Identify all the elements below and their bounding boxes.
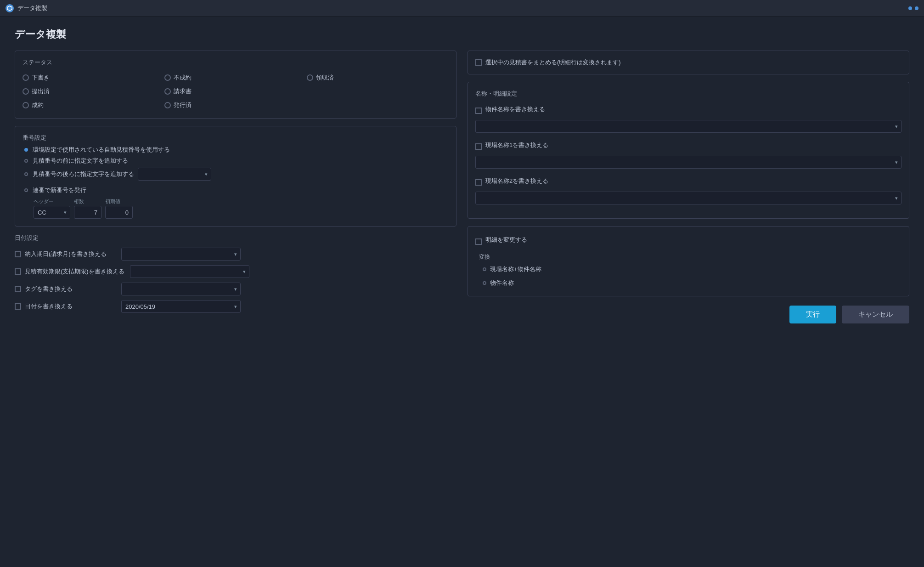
radio-site-plus-property-dot[interactable]	[483, 267, 486, 271]
header-label: ヘッダー	[34, 198, 70, 205]
new-number-row: 連番で新番号を発行 ヘッダー CC DD EE	[24, 186, 449, 219]
number-options: 環境設定で使用されている自動見積番号を使用する 見積番号の前に指定文字を追加する…	[23, 146, 449, 219]
suffix-select[interactable]	[138, 168, 211, 181]
status-received-label: 領収済	[316, 74, 334, 82]
detail-radio-group: 現場名称+物件名称 物件名称	[479, 264, 901, 289]
detail-change-check[interactable]: 明細を変更する	[475, 234, 901, 249]
radio-failed[interactable]	[164, 74, 171, 81]
status-received[interactable]: 領収済	[307, 72, 449, 83]
status-contract[interactable]: 成約	[23, 100, 164, 111]
summary-label: 選択中の見積書をまとめる(明細行は変換されます)	[485, 58, 621, 67]
status-draft-label: 下書き	[32, 74, 50, 82]
status-invoice-label: 請求書	[174, 87, 192, 96]
radio-invoice[interactable]	[164, 88, 171, 95]
tag-check[interactable]: タグを書き換える	[15, 283, 116, 295]
tag-checkbox[interactable]	[15, 286, 21, 292]
number-prefix-label: 見積番号の前に指定文字を追加する	[33, 157, 128, 165]
property-name-select-wrapper[interactable]	[475, 120, 901, 133]
tag-select[interactable]	[121, 283, 241, 295]
expiry-date-checkbox[interactable]	[15, 268, 21, 275]
number-suffix-label: 見積番号の後ろに指定文字を追加する	[33, 170, 134, 178]
site-name2-select[interactable]	[475, 192, 901, 204]
payment-date-checkbox[interactable]	[15, 251, 21, 257]
status-draft[interactable]: 下書き	[23, 72, 164, 83]
date-select[interactable]: 2020/05/19	[121, 300, 241, 313]
initial-input[interactable]	[105, 206, 133, 219]
expiry-date-check[interactable]: 見積有効期限(支払期限)を書き換える	[15, 266, 124, 278]
property-name-select[interactable]	[475, 120, 901, 133]
site-name2-select-wrapper[interactable]	[475, 192, 901, 204]
execute-button[interactable]: 実行	[789, 306, 836, 323]
header-select-wrapper[interactable]: CC DD EE	[34, 206, 70, 219]
detail-option-property-only[interactable]: 物件名称	[483, 278, 901, 289]
summary-checkbox[interactable]	[475, 59, 482, 66]
site-name2-check[interactable]: 現場名称2を書き換える	[475, 175, 901, 190]
site-name1-select-wrapper[interactable]	[475, 156, 901, 169]
status-issued[interactable]: 発行済	[164, 100, 306, 111]
detail-option-property-only-label: 物件名称	[490, 279, 514, 287]
inline-fields: ヘッダー CC DD EE 桁数	[24, 198, 449, 219]
title-bar-text: データ複製	[17, 4, 47, 12]
detail-change-body: 変換 現場名称+物件名称 物件名称	[475, 253, 901, 289]
site-name1-select[interactable]	[475, 156, 901, 169]
date-settings-label: 日付設定	[15, 234, 456, 242]
detail-change-label: 明細を変更する	[485, 236, 527, 244]
date-settings-section: 日付設定 納入期日(請求月)を書き換える	[15, 234, 456, 313]
site-name1-checkbox[interactable]	[475, 143, 482, 150]
payment-date-select-wrapper[interactable]	[121, 248, 241, 261]
name-settings-label: 名称・明細設定	[475, 90, 901, 98]
payment-date-row: 納入期日(請求月)を書き換える	[15, 248, 456, 261]
radio-property-only-dot[interactable]	[483, 281, 486, 285]
radio-new-dot[interactable]	[24, 188, 28, 192]
number-option-suffix[interactable]: 見積番号の後ろに指定文字を追加する	[24, 168, 449, 181]
number-auto-label: 環境設定で使用されている自動見積番号を使用する	[33, 146, 170, 154]
cancel-button[interactable]: キャンセル	[842, 306, 909, 323]
right-column: 選択中の見積書をまとめる(明細行は変換されます) 名称・明細設定 物件名称を書き…	[468, 51, 909, 323]
property-name-label: 物件名称を書き換える	[485, 105, 545, 113]
radio-received[interactable]	[307, 74, 313, 81]
status-label: ステータス	[23, 58, 449, 67]
site-name2-checkbox[interactable]	[475, 179, 482, 186]
status-failed-label: 不成約	[174, 74, 192, 82]
initial-field-group: 初期値	[105, 198, 133, 219]
digits-input[interactable]	[74, 206, 101, 219]
status-submitted[interactable]: 提出済	[23, 86, 164, 97]
digits-label: 桁数	[74, 198, 101, 205]
detail-option-site-plus-property[interactable]: 現場名称+物件名称	[483, 264, 901, 275]
radio-auto-dot[interactable]	[24, 148, 28, 152]
number-option-prefix[interactable]: 見積番号の前に指定文字を追加する	[24, 157, 449, 165]
radio-draft[interactable]	[23, 74, 29, 81]
payment-date-select[interactable]	[121, 248, 241, 261]
status-invoice[interactable]: 請求書	[164, 86, 306, 97]
status-failed[interactable]: 不成約	[164, 72, 306, 83]
radio-contract[interactable]	[23, 102, 29, 108]
date-checkbox[interactable]	[15, 303, 21, 310]
tag-label: タグを書き換える	[25, 285, 73, 293]
expiry-date-select[interactable]	[130, 265, 249, 278]
date-label: 日付を書き換える	[25, 302, 73, 311]
number-option-auto[interactable]: 環境設定で使用されている自動見積番号を使用する	[24, 146, 449, 154]
radio-submitted[interactable]	[23, 88, 29, 95]
date-check[interactable]: 日付を書き換える	[15, 301, 116, 312]
radio-suffix-dot[interactable]	[24, 172, 28, 176]
date-select-wrapper[interactable]: 2020/05/19	[121, 300, 241, 313]
payment-date-check[interactable]: 納入期日(請求月)を書き換える	[15, 248, 116, 260]
tag-select-wrapper[interactable]	[121, 283, 241, 295]
date-row: 日付を書き換える 2020/05/19	[15, 300, 456, 313]
button-row: 実行 キャンセル	[468, 306, 909, 323]
property-name-check[interactable]: 物件名称を書き換える	[475, 103, 901, 118]
detail-change-checkbox[interactable]	[475, 238, 482, 245]
summary-check-row[interactable]: 選択中の見積書をまとめる(明細行は変換されます)	[475, 58, 901, 67]
radio-prefix-dot[interactable]	[24, 159, 28, 163]
number-option-new[interactable]: 連番で新番号を発行	[24, 186, 449, 194]
expiry-date-select-wrapper[interactable]	[130, 265, 249, 278]
app-icon	[6, 4, 14, 12]
two-col-layout: ステータス 下書き 不成約 領収済	[15, 51, 909, 323]
suffix-select-wrapper[interactable]	[138, 168, 211, 181]
header-select[interactable]: CC DD EE	[34, 206, 70, 219]
title-bar-left: データ複製	[6, 4, 47, 12]
site-name1-check[interactable]: 現場名称1を書き換える	[475, 139, 901, 154]
property-name-checkbox[interactable]	[475, 108, 482, 114]
dot-1	[908, 6, 912, 10]
radio-issued[interactable]	[164, 102, 171, 108]
